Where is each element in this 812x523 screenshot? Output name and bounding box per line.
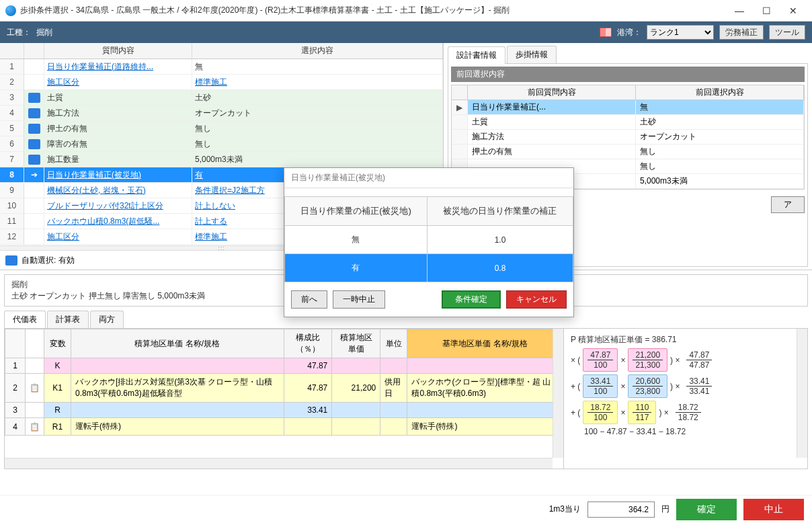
prev-row[interactable]: 施工方法オープンカット [452, 130, 804, 145]
prev-row[interactable]: 土質土砂 [452, 115, 804, 130]
cancel-button[interactable]: 中止 [743, 499, 804, 520]
modal-option-row[interactable]: 有0.8 [285, 254, 573, 282]
question-row[interactable]: 3土質土砂 [0, 90, 443, 106]
footer: 1m3当り 円 確定 中止 [0, 495, 812, 523]
formula-bottom: 100 − 47.87 − 33.41 − 18.72 [584, 427, 801, 436]
price-row[interactable]: 1K47.87 [5, 358, 563, 374]
col-ratio: 構成比（％） [284, 329, 332, 358]
prev-selection-title: 前回選択内容 [451, 67, 805, 82]
labor-correction-button[interactable]: 労務補正 [719, 25, 764, 40]
maximize-button[interactable]: ☐ [753, 1, 780, 20]
auto-icon [28, 124, 40, 134]
tab-both[interactable]: 両方 [90, 311, 124, 328]
confirm-button[interactable]: 確定 [676, 499, 737, 520]
modal-pause-button[interactable]: 一時中止 [333, 290, 385, 309]
col-answer: 選択内容 [192, 43, 443, 58]
auto-icon [28, 108, 40, 118]
tab-step-info[interactable]: 歩掛情報 [507, 46, 557, 63]
port-label: 港湾： [617, 27, 641, 38]
modal-col-a: 日当り作業量の補正(被災地) [285, 197, 428, 226]
tab-price-table[interactable]: 代価表 [4, 311, 46, 328]
close-button[interactable]: ✕ [780, 1, 807, 20]
price-row[interactable]: 4📋R1運転手(特殊)運転手(特殊) [5, 418, 563, 436]
vscrollbar[interactable] [553, 329, 563, 458]
titlebar: 歩掛条件選択 - 34広島県 - 広島県 一般土木 / 令和2年度(2020年度… [0, 0, 812, 22]
modal-confirm-button[interactable]: 条件確定 [442, 290, 501, 309]
tool-button[interactable]: ツール [769, 25, 805, 40]
col-question: 質問内容 [44, 43, 192, 58]
toolbar: 工種： 掘削 港湾： ランク1 労務補正 ツール [0, 22, 812, 43]
modal-cancel-button[interactable]: キャンセル [506, 290, 567, 309]
unit-label: 1m3当り [549, 504, 581, 515]
unit: 円 [661, 504, 669, 515]
col-std: 基準地区単価 名称/規格 [407, 329, 563, 358]
question-row[interactable]: 1日当り作業量補正(道路維持...無 [0, 59, 443, 75]
auto-select-label: 自動選択: 有効 [22, 255, 75, 266]
price-table-pane: 変数 積算地区単価 名称/規格 構成比（％） 積算地区単価 単位 基準地区単価 … [5, 329, 564, 469]
formula-vscroll[interactable] [797, 329, 807, 458]
auto-icon [28, 93, 40, 103]
question-row[interactable]: 6障害の有無無し [0, 136, 443, 152]
prev-row[interactable]: ▶日当り作業量補正(...無 [452, 100, 804, 115]
auto-select-icon [5, 255, 17, 266]
kind-value: 掘削 [36, 27, 52, 38]
col-variable: 変数 [44, 329, 71, 358]
formula-header: P 積算地区補正単価 = 386.71 [571, 334, 801, 346]
question-row[interactable]: 5押土の有無無し [0, 121, 443, 136]
value-input[interactable] [587, 501, 655, 518]
question-row[interactable]: 7施工数量5,000m3未満 [0, 152, 443, 167]
minimize-button[interactable]: — [726, 1, 753, 20]
modal-col-b: 被災地の日当り作業量の補正 [427, 197, 573, 226]
tab-calc-table[interactable]: 計算表 [47, 311, 89, 328]
col-price: 積算地区単価 [332, 329, 380, 358]
modal-prev-button[interactable]: 前へ [291, 290, 327, 309]
formula-pane: P 積算地区補正単価 = 386.71 × (47.87100 × 21,200… [564, 329, 807, 469]
clear-button[interactable]: ア [771, 196, 805, 213]
prev-col-question: 前回質問内容 [468, 85, 636, 99]
app-icon [5, 5, 16, 16]
modal-option-row[interactable]: 無1.0 [285, 226, 573, 254]
window-title: 歩掛条件選択 - 34広島県 - 広島県 一般土木 / 令和2年度(2020年度… [20, 5, 726, 16]
tab-design-info[interactable]: 設計書情報 [448, 46, 505, 64]
price-row[interactable]: 2📋K1バックホウ[排出ガス対策型(第3次基 クローラ型・山積0.8m3(平積0… [5, 374, 563, 403]
kind-label: 工種： [7, 27, 31, 38]
price-row[interactable]: 3R33.41 [5, 403, 563, 418]
prev-col-answer: 前回選択内容 [636, 85, 804, 99]
arrow-icon: ➔ [28, 170, 40, 180]
book-icon[interactable] [600, 28, 612, 37]
correction-modal: 日当り作業量補正(被災地) 日当り作業量の補正(被災地) 被災地の日当り作業量の… [284, 167, 574, 317]
question-row[interactable]: 4施工方法オープンカット [0, 106, 443, 121]
hscrollbar[interactable] [5, 458, 553, 469]
col-name: 積算地区単価 名称/規格 [71, 329, 284, 358]
modal-title: 日当り作業量補正(被災地) [284, 168, 573, 188]
question-row[interactable]: 2施工区分標準施工 [0, 75, 443, 90]
col-unit: 単位 [380, 329, 407, 358]
rank-select[interactable]: ランク1 [647, 25, 714, 40]
auto-icon [28, 155, 40, 165]
auto-icon [28, 139, 40, 149]
prev-row[interactable]: 押土の有無無し [452, 145, 804, 159]
